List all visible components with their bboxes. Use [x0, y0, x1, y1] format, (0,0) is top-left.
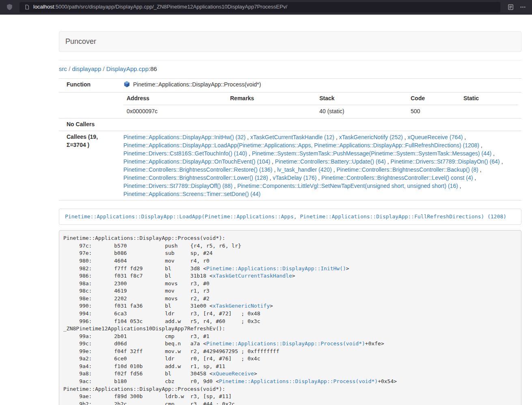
callee-link[interactable]: Pinetime::Applications::DisplayApp::Load… [123, 142, 479, 149]
stats-header-row: AddressRemarksStackCodeStatic [123, 93, 518, 105]
callees-cell: Pinetime::Applications::DisplayApp::Init… [120, 131, 521, 200]
shield-icon[interactable] [4, 2, 15, 13]
main-container: Puncover src / displayapp / DisplayApp.c… [53, 15, 528, 405]
stats-row-label [59, 93, 120, 118]
callees-row: Callees (19, Σ=3704 ) Pinetime::Applicat… [59, 131, 521, 200]
address-value: 0x0000097c [123, 105, 227, 118]
menu-dots-icon[interactable] [517, 2, 528, 13]
callee-link[interactable]: Pinetime::Controllers::BrightnessControl… [321, 174, 473, 181]
stats-column-header: Stack [316, 93, 407, 105]
code-symbol-link[interactable]: Pinetime::Applications::DisplayApp::Init… [206, 265, 346, 271]
caller-link[interactable]: Pinetime::Applications::DisplayApp::Load… [65, 213, 506, 220]
callee-link[interactable]: vTaskDelay (176) [273, 174, 317, 181]
breadcrumb-link[interactable]: src [59, 65, 67, 72]
callee-link[interactable]: Pinetime::System::SystemTask::PushMessag… [252, 150, 492, 157]
callee-link[interactable]: Pinetime::Controllers::BrightnessControl… [336, 166, 478, 173]
stats-column-header: Remarks [227, 93, 316, 105]
callees-label: Callees (19, Σ=3704 ) [59, 131, 120, 200]
divider [59, 60, 521, 60]
function-icon [123, 81, 130, 90]
url-host: localhost [33, 4, 54, 10]
breadcrumb: src / displayapp / DisplayApp.cpp:86 [59, 65, 521, 73]
callee-link[interactable]: lv_task_handler (420) [277, 166, 332, 173]
function-row: Function Pinetime::Applications::Display… [59, 79, 521, 93]
code-symbol-link[interactable]: Pinetime::Applications::DisplayApp::Proc… [206, 340, 365, 347]
navbar: Puncover [59, 31, 521, 52]
page: Puncover src / displayapp / DisplayApp.c… [0, 15, 532, 405]
code-value: 500 [407, 105, 460, 118]
callee-link[interactable]: Pinetime::Controllers::BrightnessControl… [123, 166, 272, 173]
no-callers-row: No Callers [59, 118, 521, 131]
disassembly-block: Pinetime::Applications::DisplayApp::Proc… [59, 230, 521, 405]
reader-view-icon[interactable] [505, 2, 516, 13]
callee-link[interactable]: Pinetime::Drivers::St7789::DisplayOn() (… [390, 158, 500, 165]
code-symbol-link[interactable]: xQueueReceive [213, 371, 254, 377]
url-text: localhost:5000/path/src/displayapp/Displ… [33, 3, 287, 11]
callee-link[interactable]: xTaskGenericNotify (252) [339, 134, 403, 140]
page-icon [24, 4, 30, 11]
stack-value: 40 (static) [316, 105, 407, 118]
stats-row: AddressRemarksStackCodeStatic 0x0000097c… [59, 93, 521, 118]
callee-link[interactable]: Pinetime::Applications::DisplayApp::Init… [123, 134, 246, 140]
breadcrumb-separator: / [101, 65, 106, 72]
breadcrumb-separator: / [67, 65, 72, 72]
callee-link[interactable]: Pinetime::Drivers::Cst816S::GetTouchInfo… [123, 150, 247, 157]
callee-link[interactable]: Pinetime::Controllers::BrightnessControl… [123, 174, 268, 181]
stats-column-header: Static [460, 93, 518, 105]
breadcrumb-link[interactable]: DisplayApp.cpp [106, 65, 149, 72]
callee-link[interactable]: Pinetime::Components::LittleVgl::SetNewT… [237, 183, 458, 189]
stats-table: AddressRemarksStackCodeStatic 0x0000097c… [123, 93, 518, 118]
function-label: Function [59, 79, 120, 93]
symbol-table: Function Pinetime::Applications::Display… [59, 78, 521, 200]
callee-link[interactable]: Pinetime::Applications::Screens::Timer::… [123, 191, 261, 197]
function-name-cell: Pinetime::Applications::DisplayApp::Proc… [120, 79, 521, 93]
stats-values-row: 0x0000097c 40 (static) 500 [123, 105, 518, 118]
stats-cell: AddressRemarksStackCodeStatic 0x0000097c… [120, 93, 521, 118]
code-symbol-link[interactable]: xTaskGenericNotify [213, 303, 270, 309]
callee-link[interactable]: Pinetime::Applications::DisplayApp::OnTo… [123, 158, 270, 165]
breadcrumb-link[interactable]: displayapp [72, 65, 101, 72]
no-callers-cell [120, 118, 521, 131]
callee-link[interactable]: xQueueReceive (764) [407, 134, 463, 140]
code-symbol-link[interactable]: Pinetime::Applications::DisplayApp::Proc… [219, 378, 378, 384]
remarks-value [227, 105, 316, 118]
callee-link[interactable]: Pinetime::Drivers::St7789::DisplayOff() … [123, 183, 233, 189]
callee-link[interactable]: Pinetime::Controllers::Battery::Update()… [275, 158, 386, 165]
browser-toolbar: localhost:5000/path/src/displayapp/Displ… [0, 0, 532, 15]
url-bar[interactable]: localhost:5000/path/src/displayapp/Displ… [19, 2, 500, 13]
code-symbol-link[interactable]: xTaskGetCurrentTaskHandle [213, 273, 292, 279]
brand-link[interactable]: Puncover [65, 37, 96, 47]
breadcrumb-line-number: :86 [149, 65, 157, 72]
stats-column-header: Code [407, 93, 460, 105]
no-callers-label: No Callers [59, 118, 120, 131]
caller-panel: Pinetime::Applications::DisplayApp::Load… [59, 209, 521, 225]
function-name: Pinetime::Applications::DisplayApp::Proc… [133, 81, 261, 88]
callee-link[interactable]: xTaskGetCurrentTaskHandle (12) [250, 134, 334, 140]
url-path: :5000/path/src/displayapp/DisplayApp.cpp… [54, 4, 287, 10]
stats-column-header: Address [123, 93, 227, 105]
static-value [460, 105, 518, 118]
